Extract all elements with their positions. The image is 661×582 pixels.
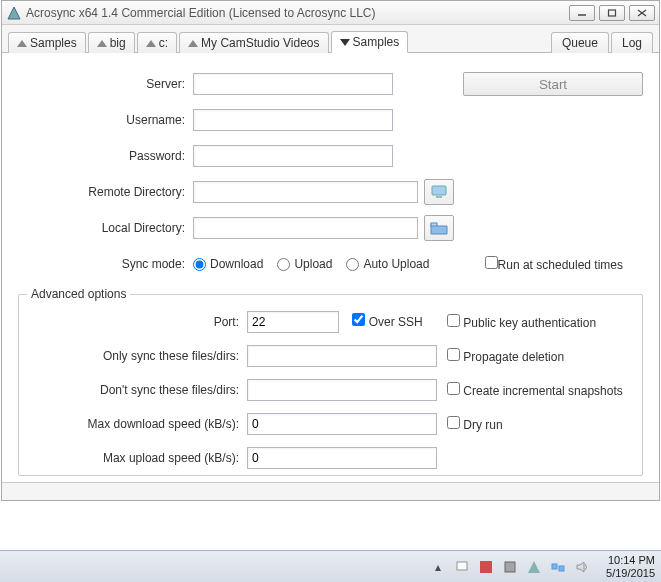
port-label: Port: bbox=[27, 315, 247, 329]
log-button[interactable]: Log bbox=[611, 32, 653, 53]
tab-big[interactable]: big bbox=[88, 32, 135, 53]
svg-rect-10 bbox=[505, 562, 515, 572]
queue-button[interactable]: Queue bbox=[551, 32, 609, 53]
sync-mode-upload[interactable]: Upload bbox=[277, 257, 332, 271]
tray-volume-icon[interactable] bbox=[574, 559, 590, 575]
run-scheduled-check[interactable] bbox=[485, 256, 498, 269]
tray-arrow-icon[interactable]: ▴ bbox=[430, 559, 446, 575]
svg-rect-5 bbox=[432, 186, 446, 195]
close-button[interactable] bbox=[629, 5, 655, 21]
svg-rect-12 bbox=[552, 564, 557, 569]
max-upload-label: Max upload speed (kB/s): bbox=[27, 451, 247, 465]
remote-directory-label: Remote Directory: bbox=[18, 185, 193, 199]
pubkey-label: Public key authentication bbox=[463, 316, 596, 330]
taskbar-clock[interactable]: 10:14 PM 5/19/2015 bbox=[606, 554, 655, 580]
browse-remote-button[interactable] bbox=[424, 179, 454, 205]
tray-app-icon[interactable] bbox=[478, 559, 494, 575]
dont-sync-label: Don't sync these files/dirs: bbox=[27, 383, 247, 397]
svg-marker-11 bbox=[528, 561, 540, 573]
dryrun-check[interactable] bbox=[447, 416, 460, 429]
tab-c-drive[interactable]: c: bbox=[137, 32, 177, 53]
tray-app2-icon[interactable] bbox=[502, 559, 518, 575]
username-input[interactable] bbox=[193, 109, 393, 131]
username-label: Username: bbox=[18, 113, 193, 127]
propagate-check[interactable] bbox=[447, 348, 460, 361]
max-download-input[interactable] bbox=[247, 413, 437, 435]
incremental-snapshots-checkbox[interactable]: Create incremental snapshots bbox=[447, 382, 623, 398]
svg-rect-8 bbox=[457, 562, 467, 570]
only-sync-label: Only sync these files/dirs: bbox=[27, 349, 247, 363]
taskbar: ▴ 10:14 PM 5/19/2015 bbox=[0, 550, 661, 582]
triangle-up-icon bbox=[146, 40, 156, 47]
auto-upload-radio[interactable] bbox=[346, 258, 359, 271]
download-radio[interactable] bbox=[193, 258, 206, 271]
password-label: Password: bbox=[18, 149, 193, 163]
run-scheduled-label: Run at scheduled times bbox=[498, 258, 623, 272]
public-key-auth-checkbox[interactable]: Public key authentication bbox=[447, 314, 596, 330]
propagate-label: Propagate deletion bbox=[463, 350, 564, 364]
tab-samples-2[interactable]: Samples bbox=[331, 31, 409, 53]
tab-camstudio[interactable]: My CamStudio Videos bbox=[179, 32, 329, 53]
svg-rect-9 bbox=[480, 561, 492, 573]
browse-local-button[interactable] bbox=[424, 215, 454, 241]
dry-run-checkbox[interactable]: Dry run bbox=[447, 416, 503, 432]
svg-rect-7 bbox=[431, 223, 437, 226]
clock-time: 10:14 PM bbox=[606, 554, 655, 567]
propagate-deletion-checkbox[interactable]: Propagate deletion bbox=[447, 348, 564, 364]
tray-flag-icon[interactable] bbox=[454, 559, 470, 575]
dont-sync-input[interactable] bbox=[247, 379, 437, 401]
upload-label: Upload bbox=[294, 257, 332, 271]
window-title: Acrosync x64 1.4 Commercial Edition (Lic… bbox=[26, 6, 375, 20]
tray-network-icon[interactable] bbox=[550, 559, 566, 575]
svg-marker-14 bbox=[577, 562, 584, 572]
over-ssh-checkbox[interactable]: Over SSH bbox=[352, 315, 422, 329]
auto-upload-label: Auto Upload bbox=[363, 257, 429, 271]
app-window: Acrosync x64 1.4 Commercial Edition (Lic… bbox=[1, 0, 660, 501]
incremental-check[interactable] bbox=[447, 382, 460, 395]
over-ssh-label: Over SSH bbox=[369, 315, 423, 329]
status-bar bbox=[2, 482, 659, 500]
clock-date: 5/19/2015 bbox=[606, 567, 655, 580]
password-input[interactable] bbox=[193, 145, 393, 167]
queue-label: Queue bbox=[562, 36, 598, 50]
tab-label: My CamStudio Videos bbox=[201, 36, 320, 50]
sync-mode-auto-upload[interactable]: Auto Upload bbox=[346, 257, 429, 271]
port-input[interactable] bbox=[247, 311, 339, 333]
svg-rect-6 bbox=[436, 196, 442, 198]
triangle-up-icon bbox=[188, 40, 198, 47]
main-content: Server: Start Username: Password: Remote… bbox=[2, 53, 659, 482]
run-scheduled-checkbox[interactable]: Run at scheduled times bbox=[485, 256, 623, 272]
triangle-down-icon bbox=[340, 39, 350, 46]
sync-mode-label: Sync mode: bbox=[18, 257, 193, 271]
tray-acrosync-icon[interactable] bbox=[526, 559, 542, 575]
local-directory-label: Local Directory: bbox=[18, 221, 193, 235]
dryrun-label: Dry run bbox=[463, 418, 502, 432]
triangle-up-icon bbox=[97, 40, 107, 47]
app-icon bbox=[6, 5, 22, 21]
only-sync-input[interactable] bbox=[247, 345, 437, 367]
start-button[interactable]: Start bbox=[463, 72, 643, 96]
titlebar: Acrosync x64 1.4 Commercial Edition (Lic… bbox=[2, 1, 659, 25]
incremental-label: Create incremental snapshots bbox=[463, 384, 622, 398]
minimize-button[interactable] bbox=[569, 5, 595, 21]
over-ssh-check[interactable] bbox=[352, 313, 365, 326]
local-directory-input[interactable] bbox=[193, 217, 418, 239]
maximize-button[interactable] bbox=[599, 5, 625, 21]
pubkey-check[interactable] bbox=[447, 314, 460, 327]
system-tray: ▴ 10:14 PM 5/19/2015 bbox=[430, 554, 655, 580]
window-controls bbox=[569, 5, 655, 21]
remote-directory-input[interactable] bbox=[193, 181, 418, 203]
folder-icon bbox=[430, 221, 448, 235]
monitor-icon bbox=[430, 185, 448, 199]
tab-samples-1[interactable]: Samples bbox=[8, 32, 86, 53]
max-upload-input[interactable] bbox=[247, 447, 437, 469]
upload-radio[interactable] bbox=[277, 258, 290, 271]
sync-mode-download[interactable]: Download bbox=[193, 257, 263, 271]
start-label: Start bbox=[539, 77, 567, 92]
log-label: Log bbox=[622, 36, 642, 50]
server-input[interactable] bbox=[193, 73, 393, 95]
svg-rect-13 bbox=[559, 566, 564, 571]
download-label: Download bbox=[210, 257, 263, 271]
tab-bar: Samples big c: My CamStudio Videos Sampl… bbox=[2, 25, 659, 53]
advanced-legend: Advanced options bbox=[27, 287, 130, 301]
